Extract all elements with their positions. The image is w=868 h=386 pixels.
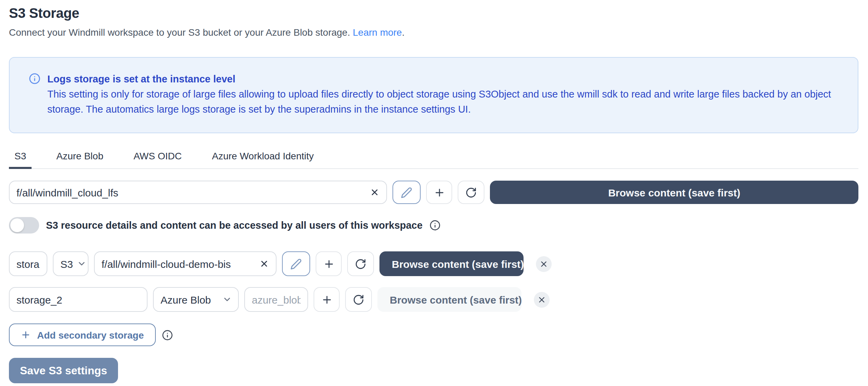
refresh-icon	[353, 294, 364, 305]
clear-icon	[259, 259, 269, 269]
plus-icon	[323, 258, 335, 270]
add-secondary-storage-label: Add secondary storage	[37, 329, 144, 340]
tab-s3[interactable]: S3	[9, 150, 32, 169]
page-title: S3 Storage	[9, 0, 858, 21]
storage-type-selected: S3	[60, 258, 73, 270]
add-secondary-storage-button[interactable]: Add secondary storage	[9, 323, 155, 346]
primary-resource-path-input[interactable]	[9, 181, 387, 204]
storage-type-select[interactable]: Azure Blob	[153, 287, 239, 312]
chevron-down-icon	[77, 259, 87, 269]
s3-storage-settings-page: S3 Storage Connect your Windmill workspa…	[0, 0, 868, 386]
browse-content-button[interactable]: Browse content (save first)	[490, 181, 858, 204]
subtitle-period: .	[402, 27, 404, 38]
remove-secondary-storage-button[interactable]	[536, 256, 552, 272]
add-secondary-row: Add secondary storage	[9, 323, 858, 346]
edit-resource-button[interactable]	[392, 181, 421, 204]
remove-secondary-storage-button[interactable]	[534, 292, 550, 307]
edit-resource-button[interactable]	[282, 251, 310, 276]
tab-azure-workload-identity[interactable]: Azure Workload Identity	[207, 150, 319, 169]
logs-storage-info-banner: Logs storage is set at the instance leve…	[9, 57, 858, 133]
close-icon	[537, 295, 546, 304]
close-icon	[539, 259, 548, 268]
secondary-storage-row: S3 Browse content (save first)	[9, 251, 858, 276]
workspace-access-toggle[interactable]	[9, 217, 39, 234]
primary-storage-row: Browse content (save first)	[9, 181, 858, 204]
add-resource-button[interactable]	[426, 181, 452, 204]
secondary-storage-name-input[interactable]	[9, 287, 148, 312]
workspace-access-toggle-row: S3 resource details and content can be a…	[9, 217, 858, 234]
refresh-resource-button[interactable]	[345, 287, 372, 312]
refresh-icon	[355, 258, 366, 270]
refresh-resource-button[interactable]	[458, 181, 484, 204]
add-resource-button[interactable]	[314, 287, 340, 312]
save-s3-settings-button[interactable]: Save S3 settings	[9, 358, 118, 383]
chevron-down-icon	[222, 295, 232, 304]
clear-input-button[interactable]	[259, 259, 269, 269]
plus-icon	[321, 294, 332, 305]
plus-icon	[433, 186, 445, 198]
refresh-resource-button[interactable]	[347, 251, 374, 276]
browse-content-button[interactable]: Browse content (save first)	[379, 251, 524, 276]
add-resource-button[interactable]	[316, 251, 342, 276]
info-icon	[29, 73, 40, 84]
secondary-resource-path-input[interactable]	[94, 251, 277, 276]
browse-content-button-disabled[interactable]: Browse content (save first)	[377, 287, 521, 312]
alert-title: Logs storage is set at the instance leve…	[47, 73, 235, 84]
page-subtitle: Connect your Windmill workspace to your …	[9, 27, 858, 38]
info-icon[interactable]	[430, 220, 441, 231]
secondary-storage-row: Azure Blob Browse content (save first)	[9, 287, 858, 312]
storage-type-tabs: S3 Azure Blob AWS OIDC Azure Workload Id…	[9, 150, 858, 169]
storage-type-selected: Azure Blob	[161, 294, 211, 305]
storage-type-select[interactable]: S3	[53, 251, 89, 276]
plus-icon	[21, 330, 31, 340]
clear-icon	[370, 188, 379, 197]
learn-more-link[interactable]: Learn more	[353, 27, 402, 38]
info-icon[interactable]	[162, 329, 173, 340]
pencil-icon	[401, 186, 412, 198]
secondary-storage-name-input[interactable]	[9, 251, 47, 276]
workspace-access-label: S3 resource details and content can be a…	[46, 220, 423, 231]
pencil-icon	[290, 258, 302, 270]
toggle-knob	[10, 218, 24, 232]
tab-azure-blob[interactable]: Azure Blob	[51, 150, 109, 169]
alert-body: This setting is only for storage of larg…	[47, 87, 836, 117]
refresh-icon	[465, 186, 477, 198]
tab-aws-oidc[interactable]: AWS OIDC	[128, 150, 187, 169]
subtitle-text: Connect your Windmill workspace to your …	[9, 27, 350, 38]
clear-input-button[interactable]	[370, 188, 379, 197]
secondary-resource-path-input[interactable]	[244, 287, 308, 312]
